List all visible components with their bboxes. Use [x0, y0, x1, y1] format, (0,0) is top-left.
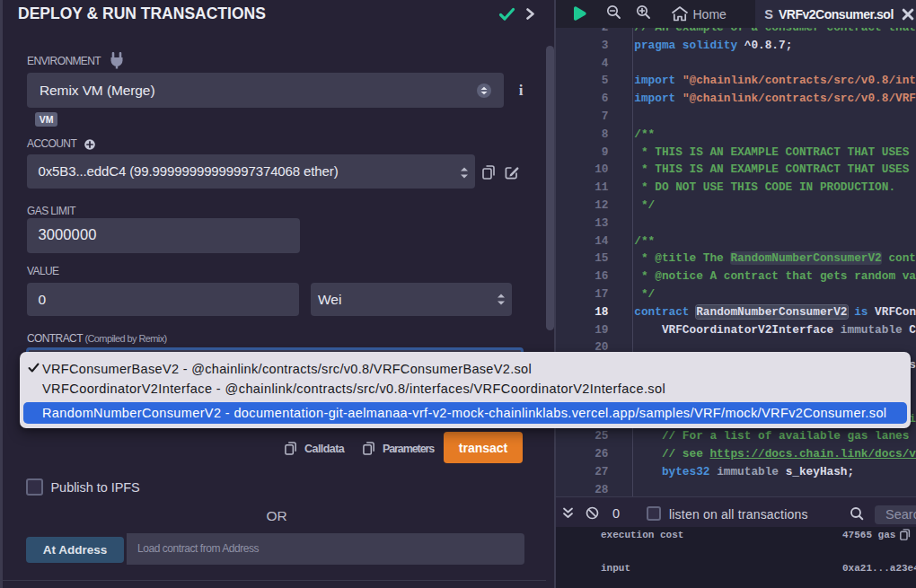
svg-text:i: i — [519, 83, 524, 98]
svg-text:S: S — [764, 7, 773, 21]
